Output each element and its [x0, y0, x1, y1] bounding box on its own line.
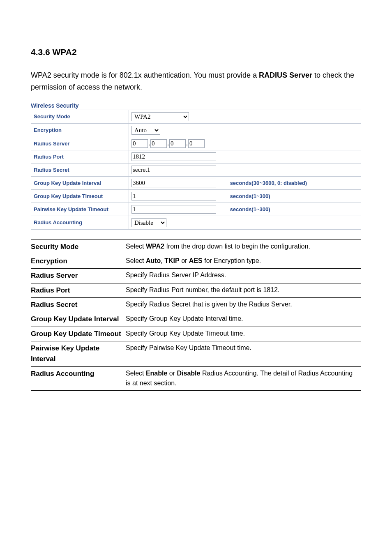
label-security-mode: Security Mode: [31, 110, 129, 123]
desc-keyword: Disable: [177, 370, 201, 377]
group-key-timeout-input[interactable]: [131, 192, 216, 200]
desc-text: Specify Radius Secret that is given by t…: [126, 301, 292, 308]
ip-octet-4[interactable]: [188, 139, 205, 148]
desc-definition: Specify Radius Port number, the default …: [126, 283, 361, 297]
desc-keyword: TKIP: [164, 257, 179, 264]
desc-term: Radius Server: [31, 269, 126, 283]
group-key-interval-input[interactable]: [131, 179, 216, 187]
hint-pairwise-key-timeout: seconds(1~300): [218, 206, 270, 212]
desc-text: Specify Radius Port number, the default …: [126, 286, 279, 293]
desc-text: for Encryption type.: [203, 257, 261, 264]
desc-term: Radius Secret: [31, 297, 126, 312]
label-radius-port: Radius Port: [31, 150, 129, 163]
desc-text: from the drop down list to begin the con…: [164, 243, 310, 250]
desc-definition: Specify Group Key Update Interval time.: [126, 312, 361, 327]
desc-text: Specify Group Key Update Interval time.: [126, 315, 243, 322]
desc-definition: Select Auto, TKIP or AES for Encryption …: [126, 254, 361, 268]
desc-row: Radius SecretSpecify Radius Secret that …: [31, 297, 361, 312]
ip-octet-1[interactable]: [131, 139, 148, 148]
desc-text: Specify Group Key Update Timeout time.: [126, 330, 245, 337]
radius-port-input[interactable]: [131, 152, 216, 161]
intro-paragraph: WPA2 security mode is for 802.1x authent…: [31, 69, 361, 93]
label-radius-secret: Radius Secret: [31, 163, 129, 176]
label-group-key-update-timeout: Group Key Update Timeout: [31, 189, 129, 203]
desc-row: Radius PortSpecify Radius Port number, t…: [31, 283, 361, 297]
desc-row: EncryptionSelect Auto, TKIP or AES for E…: [31, 254, 361, 268]
desc-definition: Specify Pairwise Key Update Timeout time…: [126, 341, 361, 367]
hint-group-key-timeout: seconds(1~300): [218, 193, 270, 199]
desc-row: Security ModeSelect WPA2 from the drop d…: [31, 240, 361, 254]
desc-definition: Specify Radius Server IP Address.: [126, 269, 361, 283]
wireless-security-form: Security Mode WPA2 Encryption Auto Radiu…: [31, 110, 361, 230]
hint-group-key-interval: seconds(30~3600, 0: disabled): [218, 180, 307, 186]
desc-text: Select: [126, 370, 146, 377]
desc-term: Encryption: [31, 254, 126, 268]
desc-row: Pairwise Key Update IntervalSpecify Pair…: [31, 341, 361, 367]
intro-part1: WPA2 security mode is for 802.1x authent…: [31, 71, 259, 79]
desc-term: Radius Accounting: [31, 366, 126, 391]
desc-row: Radius ServerSpecify Radius Server IP Ad…: [31, 269, 361, 283]
desc-definition: Specify Radius Secret that is given by t…: [126, 297, 361, 312]
desc-term: Group Key Update Timeout: [31, 327, 126, 341]
label-radius-server: Radius Server: [31, 137, 129, 150]
label-encryption: Encryption: [31, 123, 129, 137]
desc-keyword: WPA2: [146, 243, 164, 250]
radius-accounting-select[interactable]: Disable: [131, 218, 166, 227]
desc-text: or: [167, 370, 177, 377]
desc-definition: Select Enable or Disable Radius Accounti…: [126, 366, 361, 391]
section-title: Wireless Security: [31, 102, 361, 109]
desc-keyword: AES: [189, 257, 203, 264]
desc-text: Specify Pairwise Key Update Timeout time…: [126, 344, 251, 351]
label-pairwise-key-update-timeout: Pairwise Key Update Timeout: [31, 203, 129, 216]
desc-row: Radius AccountingSelect Enable or Disabl…: [31, 366, 361, 391]
desc-term: Radius Port: [31, 283, 126, 297]
desc-text: or: [180, 257, 189, 264]
label-group-key-update-interval: Group Key Update Interval: [31, 176, 129, 189]
radius-secret-input[interactable]: [131, 166, 216, 174]
desc-text: ,: [161, 257, 164, 264]
pairwise-key-timeout-input[interactable]: [131, 205, 216, 214]
desc-text: Select: [126, 243, 146, 250]
desc-term: Security Mode: [31, 240, 126, 254]
desc-keyword: Auto: [146, 257, 161, 264]
desc-row: Group Key Update IntervalSpecify Group K…: [31, 312, 361, 327]
label-radius-accounting: Radius Accounting: [31, 216, 129, 229]
desc-text: Specify Radius Server IP Address.: [126, 272, 226, 279]
desc-definition: Select WPA2 from the drop down list to b…: [126, 240, 361, 254]
desc-text: Select: [126, 257, 146, 264]
page-heading: 4.3.6 WPA2: [31, 47, 361, 57]
desc-term: Pairwise Key Update Interval: [31, 341, 126, 367]
security-mode-select[interactable]: WPA2: [131, 112, 189, 121]
intro-bold: RADIUS Server: [259, 71, 312, 79]
ip-octet-3[interactable]: [169, 139, 186, 148]
desc-term: Group Key Update Interval: [31, 312, 126, 327]
ip-octet-2[interactable]: [150, 139, 167, 148]
desc-keyword: Enable: [146, 370, 167, 377]
encryption-select[interactable]: Auto: [131, 126, 160, 135]
desc-row: Group Key Update TimeoutSpecify Group Ke…: [31, 327, 361, 341]
desc-definition: Specify Group Key Update Timeout time.: [126, 327, 361, 341]
description-table: Security ModeSelect WPA2 from the drop d…: [31, 240, 361, 391]
